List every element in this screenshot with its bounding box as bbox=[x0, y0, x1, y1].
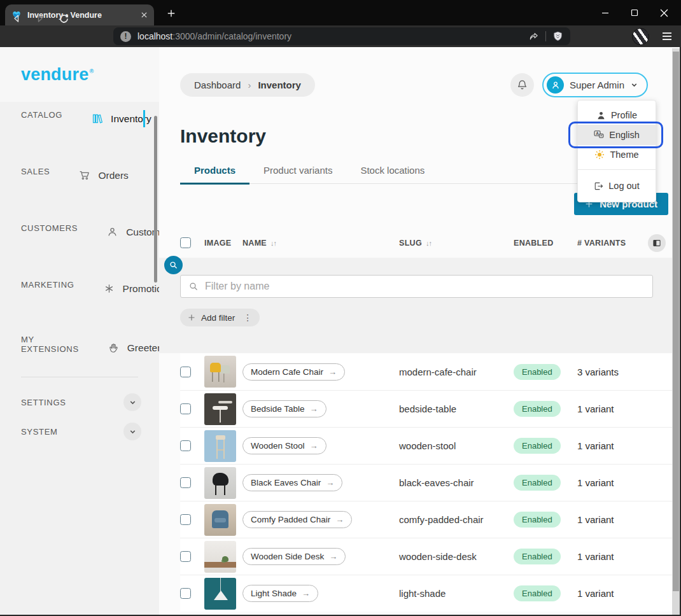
search-button[interactable] bbox=[164, 256, 183, 274]
product-thumbnail bbox=[204, 430, 236, 462]
brave-shield-icon[interactable] bbox=[552, 31, 563, 42]
sidebar-section-system[interactable]: SYSTEM bbox=[0, 422, 159, 441]
arrow-right-icon: → bbox=[310, 441, 318, 451]
menu-item-theme[interactable]: Theme bbox=[578, 145, 656, 164]
status-badge: Enabled bbox=[514, 401, 561, 417]
user-menu-button[interactable]: Super Admin bbox=[542, 73, 648, 97]
chevron-down-icon[interactable] bbox=[123, 393, 141, 411]
menu-item-profile[interactable]: Profile bbox=[578, 106, 656, 125]
select-all-checkbox[interactable] bbox=[180, 237, 191, 248]
product-name-chip-label: Black Eaves Chair bbox=[251, 478, 321, 487]
content-topbar: Dashboard › Inventory Super Admin bbox=[180, 73, 672, 97]
product-thumbnail bbox=[204, 541, 236, 573]
product-variants: 3 variants bbox=[577, 367, 639, 377]
table-row[interactable]: Light Shade → light-shade Enabled 1 vari… bbox=[180, 575, 672, 612]
product-name-chip[interactable]: Wooden Side Desk → bbox=[242, 548, 346, 565]
table-row[interactable]: Wooden Side Desk → wooden-side-desk Enab… bbox=[180, 538, 672, 575]
columns-icon bbox=[652, 239, 661, 248]
vendure-admin-app: vendure® CATALOG Inventory Facets Co bbox=[0, 47, 681, 616]
kebab-menu-icon[interactable]: ⋮ bbox=[241, 312, 255, 323]
sidebar-item-orders[interactable]: Orders bbox=[58, 165, 128, 186]
window-maximize-icon[interactable] bbox=[620, 0, 649, 25]
row-checkbox[interactable] bbox=[180, 588, 191, 599]
product-name-chip[interactable]: Wooden Stool → bbox=[242, 437, 326, 454]
row-checkbox[interactable] bbox=[180, 551, 191, 562]
hand-icon bbox=[108, 343, 119, 354]
sidebar-section-settings[interactable]: SETTINGS bbox=[0, 393, 159, 412]
chevron-down-icon[interactable] bbox=[123, 423, 141, 440]
row-checkbox[interactable] bbox=[180, 403, 191, 414]
product-name-chip[interactable]: Bedside Table → bbox=[242, 400, 326, 417]
reload-icon[interactable] bbox=[56, 11, 71, 26]
product-name-chip-label: Wooden Side Desk bbox=[251, 552, 324, 561]
sidebar-item-customers[interactable]: Customers bbox=[86, 221, 159, 242]
sidebar-item-promotions[interactable]: Promotions bbox=[83, 278, 159, 299]
scrollbar-thumb[interactable] bbox=[673, 52, 679, 591]
breadcrumb[interactable]: Dashboard › Inventory bbox=[180, 73, 315, 97]
table-row[interactable]: Comfy Padded Chair → comfy-padded-chair … bbox=[180, 501, 672, 538]
menu-item-language[interactable]: A English bbox=[578, 125, 656, 145]
section-heading-marketing: MARKETING bbox=[21, 280, 74, 290]
sidebar-divider bbox=[21, 377, 138, 377]
product-name-chip-label: Light Shade bbox=[251, 589, 297, 598]
status-badge: Enabled bbox=[514, 475, 561, 491]
row-checkbox[interactable] bbox=[180, 477, 191, 488]
product-name-chip[interactable]: Modern Cafe Chair → bbox=[242, 363, 345, 381]
avatar bbox=[547, 76, 564, 94]
add-filter-button[interactable]: Add filter ⋮ bbox=[180, 309, 260, 326]
breadcrumb-chevron-icon: › bbox=[248, 80, 251, 90]
window-minimize-icon[interactable] bbox=[591, 0, 620, 25]
sidebar-scrollbar[interactable] bbox=[154, 116, 157, 283]
browser-profile-avatar[interactable] bbox=[632, 28, 649, 45]
person-icon bbox=[596, 111, 606, 120]
table-row[interactable]: Black Eaves Chair → black-eaves-chair En… bbox=[180, 464, 672, 501]
share-icon[interactable] bbox=[528, 31, 539, 42]
window-close-icon[interactable] bbox=[649, 0, 678, 25]
sort-icon[interactable]: ↓↑ bbox=[426, 239, 432, 247]
product-rows: Modern Cafe Chair → modern-cafe-chair En… bbox=[180, 353, 672, 612]
column-settings-button[interactable] bbox=[648, 234, 666, 252]
product-slug: modern-cafe-chair bbox=[399, 367, 514, 377]
filter-input-wrapper[interactable] bbox=[180, 275, 653, 298]
page-scrollbar[interactable] bbox=[672, 48, 680, 615]
arrow-right-icon: → bbox=[335, 515, 344, 524]
product-name-chip[interactable]: Comfy Padded Chair → bbox=[242, 511, 352, 528]
notifications-button[interactable] bbox=[510, 73, 534, 97]
sort-icon[interactable]: ↓↑ bbox=[270, 239, 276, 247]
new-tab-button[interactable] bbox=[163, 6, 179, 20]
column-header-name[interactable]: NAME↓↑ bbox=[242, 239, 399, 248]
product-name-chip[interactable]: Light Shade → bbox=[242, 585, 318, 602]
status-badge: Enabled bbox=[514, 512, 561, 528]
table-row[interactable]: Wooden Stool → wooden-stool Enabled 1 va… bbox=[180, 427, 672, 464]
sidebar-item-greeter[interactable]: Greeter bbox=[87, 338, 159, 359]
product-name-chip-label: Comfy Padded Chair bbox=[251, 515, 330, 524]
breadcrumb-dashboard[interactable]: Dashboard bbox=[194, 80, 241, 90]
url-bar[interactable]: ! localhost:3000/admin/catalog/inventory bbox=[113, 27, 570, 45]
product-thumbnail bbox=[204, 504, 236, 536]
product-name-chip[interactable]: Black Eaves Chair → bbox=[242, 474, 342, 491]
back-icon[interactable] bbox=[9, 11, 24, 26]
logout-icon bbox=[594, 181, 603, 191]
column-header-slug[interactable]: SLUG↓↑ bbox=[399, 239, 514, 248]
sidebar-item-inventory[interactable]: Inventory bbox=[71, 108, 151, 129]
chevron-down-icon bbox=[630, 81, 638, 89]
table-row[interactable]: Bedside Table → bedside-table Enabled 1 … bbox=[180, 390, 672, 427]
row-checkbox[interactable] bbox=[180, 440, 191, 451]
section-heading-extensions: MY EXTENSIONS bbox=[21, 335, 79, 354]
browser-toolbar: ! localhost:3000/admin/catalog/inventory bbox=[0, 25, 681, 47]
tab-product-variants[interactable]: Product variants bbox=[249, 165, 346, 183]
browser-menu-icon[interactable] bbox=[662, 32, 672, 41]
forward-icon[interactable] bbox=[32, 11, 48, 26]
vendure-logo[interactable]: vendure® bbox=[0, 47, 159, 102]
product-variants: 1 variant bbox=[577, 588, 639, 599]
menu-item-logout[interactable]: Log out bbox=[578, 176, 656, 195]
row-checkbox[interactable] bbox=[180, 367, 191, 377]
tab-products[interactable]: Products bbox=[180, 165, 249, 183]
tab-stock-locations[interactable]: Stock locations bbox=[346, 165, 439, 183]
row-checkbox[interactable] bbox=[180, 514, 191, 525]
table-row[interactable]: Modern Cafe Chair → modern-cafe-chair En… bbox=[180, 353, 672, 390]
site-info-icon[interactable]: ! bbox=[120, 31, 131, 42]
tab-close-icon[interactable] bbox=[141, 11, 148, 18]
filter-by-name-input[interactable] bbox=[205, 281, 645, 292]
arrow-right-icon: → bbox=[310, 404, 318, 414]
